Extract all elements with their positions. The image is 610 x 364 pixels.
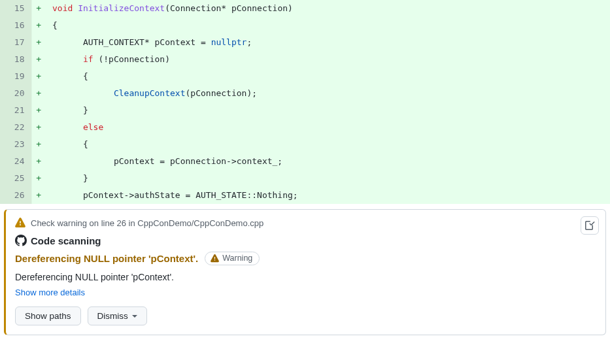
github-icon <box>15 235 27 246</box>
line-number[interactable]: 21 <box>0 102 31 119</box>
code-content[interactable]: { <box>46 17 610 34</box>
line-number[interactable]: 15 <box>0 0 31 17</box>
line-number[interactable]: 16 <box>0 17 31 34</box>
code-line: 22+ else <box>0 119 610 136</box>
line-number[interactable]: 25 <box>0 170 31 187</box>
code-content[interactable]: if (!pConnection) <box>46 51 610 68</box>
code-line: 15+void InitializeContext(Connection* pC… <box>0 0 610 17</box>
diff-marker: + <box>31 170 46 187</box>
diff-marker: + <box>31 17 46 34</box>
line-number[interactable]: 24 <box>0 153 31 170</box>
code-line: 21+ } <box>0 102 610 119</box>
line-number[interactable]: 20 <box>0 85 31 102</box>
diff-marker: + <box>31 85 46 102</box>
code-line: 19+ { <box>0 68 610 85</box>
diff-marker: + <box>31 153 46 170</box>
scan-source: Code scanning <box>15 235 596 246</box>
code-content[interactable]: CleanupContext(pConnection); <box>46 85 610 102</box>
code-line: 25+ } <box>0 170 610 187</box>
show-paths-button[interactable]: Show paths <box>15 306 81 325</box>
code-line: 17+ AUTH_CONTEXT* pContext = nullptr; <box>0 34 610 51</box>
show-paths-label: Show paths <box>25 311 71 321</box>
scan-source-label: Code scanning <box>31 235 101 246</box>
diff-marker: + <box>31 68 46 85</box>
code-line: 16+{ <box>0 17 610 34</box>
diff-marker: + <box>31 0 46 17</box>
alert-header: Check warning on line 26 in CppConDemo/C… <box>15 218 596 228</box>
code-line: 20+ CleanupContext(pConnection); <box>0 85 610 102</box>
line-number[interactable]: 18 <box>0 51 31 68</box>
diff-marker: + <box>31 102 46 119</box>
line-number[interactable]: 23 <box>0 136 31 153</box>
code-scanning-alert: Check warning on line 26 in CppConDemo/C… <box>4 209 606 335</box>
code-line: 24+ pContext = pConnection->context_; <box>0 153 610 170</box>
line-number[interactable]: 26 <box>0 187 31 204</box>
code-line: 26+ pContext->authState = AUTH_STATE::No… <box>0 187 610 204</box>
copy-button[interactable] <box>581 216 599 235</box>
alert-header-text: Check warning on line 26 in CppConDemo/C… <box>31 218 263 228</box>
code-content[interactable]: } <box>46 102 610 119</box>
warning-icon <box>15 218 25 228</box>
code-line: 18+ if (!pConnection) <box>0 51 610 68</box>
code-content[interactable]: pContext->authState = AUTH_STATE::Nothin… <box>46 187 610 204</box>
line-number[interactable]: 22 <box>0 119 31 136</box>
diff-marker: + <box>31 187 46 204</box>
code-content[interactable]: } <box>46 170 610 187</box>
checklist-icon <box>585 220 595 231</box>
code-content[interactable]: { <box>46 136 610 153</box>
code-line: 23+ { <box>0 136 610 153</box>
code-content[interactable]: pContext = pConnection->context_; <box>46 153 610 170</box>
finding-body: Dereferencing NULL pointer 'pContext'. <box>15 272 596 282</box>
finding-title: Dereferencing NULL pointer 'pContext'. <box>15 253 198 264</box>
chevron-down-icon <box>132 315 137 318</box>
severity-badge: Warning <box>205 252 260 265</box>
warning-icon <box>211 254 219 263</box>
code-content[interactable]: else <box>46 119 610 136</box>
dismiss-button[interactable]: Dismiss <box>88 306 147 325</box>
diff-marker: + <box>31 34 46 51</box>
code-content[interactable]: { <box>46 68 610 85</box>
diff-code-block: 15+void InitializeContext(Connection* pC… <box>0 0 610 204</box>
diff-marker: + <box>31 136 46 153</box>
code-content[interactable]: void InitializeContext(Connection* pConn… <box>46 0 610 17</box>
show-more-link[interactable]: Show more details <box>15 288 85 297</box>
dismiss-label: Dismiss <box>97 311 128 321</box>
line-number[interactable]: 19 <box>0 68 31 85</box>
diff-marker: + <box>31 51 46 68</box>
severity-label: Warning <box>222 254 252 263</box>
line-number[interactable]: 17 <box>0 34 31 51</box>
code-content[interactable]: AUTH_CONTEXT* pContext = nullptr; <box>46 34 610 51</box>
diff-marker: + <box>31 119 46 136</box>
